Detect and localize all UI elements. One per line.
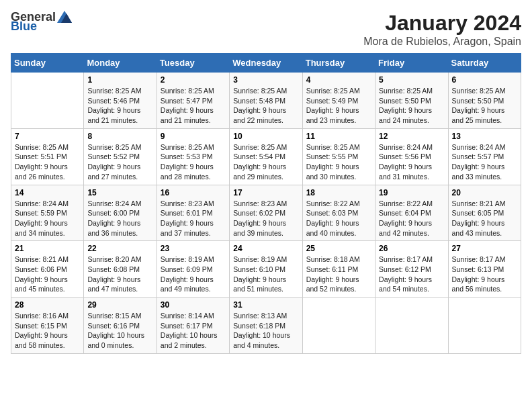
day-header-monday: Monday [84, 54, 157, 73]
day-info: Sunrise: 8:25 AMSunset: 5:54 PMDaylight:… [233, 142, 298, 182]
day-number: 29 [87, 300, 152, 310]
day-number: 14 [15, 188, 80, 197]
calendar-cell: 17Sunrise: 8:23 AMSunset: 6:02 PMDayligh… [230, 185, 302, 241]
day-number: 6 [452, 75, 517, 85]
day-info: Sunrise: 8:22 AMSunset: 6:03 PMDaylight:… [306, 199, 371, 238]
day-header-friday: Friday [375, 54, 448, 73]
day-info: Sunrise: 8:25 AMSunset: 5:47 PMDaylight:… [161, 86, 226, 126]
calendar-cell: 4Sunrise: 8:25 AMSunset: 5:49 PMDaylight… [302, 73, 375, 129]
day-number: 5 [379, 75, 444, 85]
day-number: 13 [452, 132, 517, 141]
calendar-cell: 27Sunrise: 8:17 AMSunset: 6:13 PMDayligh… [448, 241, 521, 298]
day-header-wednesday: Wednesday [230, 54, 302, 73]
calendar-cell: 31Sunrise: 8:13 AMSunset: 6:18 PMDayligh… [230, 298, 302, 354]
calendar-cell: 25Sunrise: 8:18 AMSunset: 6:11 PMDayligh… [302, 241, 375, 298]
calendar-cell: 10Sunrise: 8:25 AMSunset: 5:54 PMDayligh… [230, 128, 302, 185]
day-info: Sunrise: 8:24 AMSunset: 5:59 PMDaylight:… [15, 199, 80, 238]
day-number: 22 [87, 244, 152, 253]
day-info: Sunrise: 8:24 AMSunset: 5:56 PMDaylight:… [379, 142, 444, 182]
day-info: Sunrise: 8:25 AMSunset: 5:51 PMDaylight:… [15, 142, 80, 182]
day-info: Sunrise: 8:25 AMSunset: 5:53 PMDaylight:… [161, 142, 226, 182]
day-info: Sunrise: 8:13 AMSunset: 6:18 PMDaylight:… [233, 311, 298, 351]
calendar-cell: 6Sunrise: 8:25 AMSunset: 5:50 PMDaylight… [448, 73, 521, 129]
day-number: 20 [452, 188, 517, 197]
day-number: 3 [233, 75, 298, 85]
calendar-cell: 8Sunrise: 8:25 AMSunset: 5:52 PMDaylight… [84, 128, 157, 185]
day-info: Sunrise: 8:25 AMSunset: 5:46 PMDaylight:… [87, 86, 152, 126]
day-header-tuesday: Tuesday [157, 54, 229, 73]
day-info: Sunrise: 8:19 AMSunset: 6:09 PMDaylight:… [161, 255, 226, 294]
calendar-cell: 11Sunrise: 8:25 AMSunset: 5:55 PMDayligh… [302, 128, 375, 185]
calendar-week-row: 7Sunrise: 8:25 AMSunset: 5:51 PMDaylight… [11, 128, 521, 185]
calendar-cell: 14Sunrise: 8:24 AMSunset: 5:59 PMDayligh… [11, 185, 84, 241]
day-number: 9 [161, 132, 226, 141]
day-info: Sunrise: 8:23 AMSunset: 6:02 PMDaylight:… [233, 199, 298, 238]
calendar-cell [302, 298, 375, 354]
calendar-cell: 18Sunrise: 8:22 AMSunset: 6:03 PMDayligh… [302, 185, 375, 241]
day-info: Sunrise: 8:25 AMSunset: 5:48 PMDaylight:… [233, 86, 298, 126]
calendar-cell: 22Sunrise: 8:20 AMSunset: 6:08 PMDayligh… [84, 241, 157, 298]
day-info: Sunrise: 8:17 AMSunset: 6:12 PMDaylight:… [379, 255, 444, 294]
day-info: Sunrise: 8:19 AMSunset: 6:10 PMDaylight:… [233, 255, 298, 294]
day-number: 18 [306, 188, 371, 197]
location-title: Mora de Rubielos, Aragon, Spain [363, 36, 521, 48]
calendar-cell: 5Sunrise: 8:25 AMSunset: 5:50 PMDaylight… [375, 73, 448, 129]
calendar-week-row: 1Sunrise: 8:25 AMSunset: 5:46 PMDaylight… [11, 73, 521, 129]
day-number: 24 [233, 244, 298, 253]
day-info: Sunrise: 8:14 AMSunset: 6:17 PMDaylight:… [161, 311, 226, 351]
day-number: 7 [15, 132, 80, 141]
day-number: 19 [379, 188, 444, 197]
month-title: January 2024 [363, 11, 521, 36]
calendar-cell: 15Sunrise: 8:24 AMSunset: 6:00 PMDayligh… [84, 185, 157, 241]
day-number: 4 [306, 75, 371, 85]
day-info: Sunrise: 8:23 AMSunset: 6:01 PMDaylight:… [161, 199, 226, 238]
day-number: 10 [233, 132, 298, 141]
calendar-cell: 29Sunrise: 8:15 AMSunset: 6:16 PMDayligh… [84, 298, 157, 354]
calendar-week-row: 21Sunrise: 8:21 AMSunset: 6:06 PMDayligh… [11, 241, 521, 298]
calendar-cell: 12Sunrise: 8:24 AMSunset: 5:56 PMDayligh… [375, 128, 448, 185]
day-header-saturday: Saturday [448, 54, 521, 73]
day-number: 8 [87, 132, 152, 141]
header: General Blue January 2024 Mora de Rubiel… [11, 11, 521, 48]
logo-blue-text: Blue [11, 20, 37, 32]
day-number: 31 [233, 300, 298, 310]
day-number: 28 [15, 300, 80, 310]
day-info: Sunrise: 8:21 AMSunset: 6:06 PMDaylight:… [15, 255, 80, 294]
calendar-cell [11, 73, 84, 129]
calendar-cell [448, 298, 521, 354]
day-number: 30 [161, 300, 226, 310]
calendar-cell: 20Sunrise: 8:21 AMSunset: 6:05 PMDayligh… [448, 185, 521, 241]
calendar-cell: 7Sunrise: 8:25 AMSunset: 5:51 PMDaylight… [11, 128, 84, 185]
day-info: Sunrise: 8:22 AMSunset: 6:04 PMDaylight:… [379, 199, 444, 238]
day-info: Sunrise: 8:24 AMSunset: 5:57 PMDaylight:… [452, 142, 517, 182]
day-header-thursday: Thursday [302, 54, 375, 73]
day-number: 17 [233, 188, 298, 197]
calendar-cell [375, 298, 448, 354]
calendar-cell: 30Sunrise: 8:14 AMSunset: 6:17 PMDayligh… [157, 298, 229, 354]
day-number: 2 [161, 75, 226, 85]
day-info: Sunrise: 8:18 AMSunset: 6:11 PMDaylight:… [306, 255, 371, 294]
title-area: January 2024 Mora de Rubielos, Aragon, S… [363, 11, 521, 48]
day-info: Sunrise: 8:17 AMSunset: 6:13 PMDaylight:… [452, 255, 517, 294]
calendar-cell: 28Sunrise: 8:16 AMSunset: 6:15 PMDayligh… [11, 298, 84, 354]
day-info: Sunrise: 8:25 AMSunset: 5:52 PMDaylight:… [87, 142, 152, 182]
day-info: Sunrise: 8:24 AMSunset: 6:00 PMDaylight:… [87, 199, 152, 238]
day-number: 23 [161, 244, 226, 253]
calendar-cell: 2Sunrise: 8:25 AMSunset: 5:47 PMDaylight… [157, 73, 229, 129]
day-info: Sunrise: 8:25 AMSunset: 5:55 PMDaylight:… [306, 142, 371, 182]
day-info: Sunrise: 8:25 AMSunset: 5:49 PMDaylight:… [306, 86, 371, 126]
day-info: Sunrise: 8:20 AMSunset: 6:08 PMDaylight:… [87, 255, 152, 294]
calendar-cell: 3Sunrise: 8:25 AMSunset: 5:48 PMDaylight… [230, 73, 302, 129]
calendar-table: SundayMondayTuesdayWednesdayThursdayFrid… [11, 53, 521, 354]
calendar-body: 1Sunrise: 8:25 AMSunset: 5:46 PMDaylight… [11, 73, 521, 354]
day-number: 11 [306, 132, 371, 141]
day-number: 26 [379, 244, 444, 253]
calendar-week-row: 28Sunrise: 8:16 AMSunset: 6:15 PMDayligh… [11, 298, 521, 354]
day-number: 16 [161, 188, 226, 197]
calendar-cell: 9Sunrise: 8:25 AMSunset: 5:53 PMDaylight… [157, 128, 229, 185]
logo: General Blue [11, 11, 72, 32]
day-info: Sunrise: 8:15 AMSunset: 6:16 PMDaylight:… [87, 311, 152, 351]
calendar-cell: 23Sunrise: 8:19 AMSunset: 6:09 PMDayligh… [157, 241, 229, 298]
calendar-cell: 13Sunrise: 8:24 AMSunset: 5:57 PMDayligh… [448, 128, 521, 185]
calendar-cell: 21Sunrise: 8:21 AMSunset: 6:06 PMDayligh… [11, 241, 84, 298]
